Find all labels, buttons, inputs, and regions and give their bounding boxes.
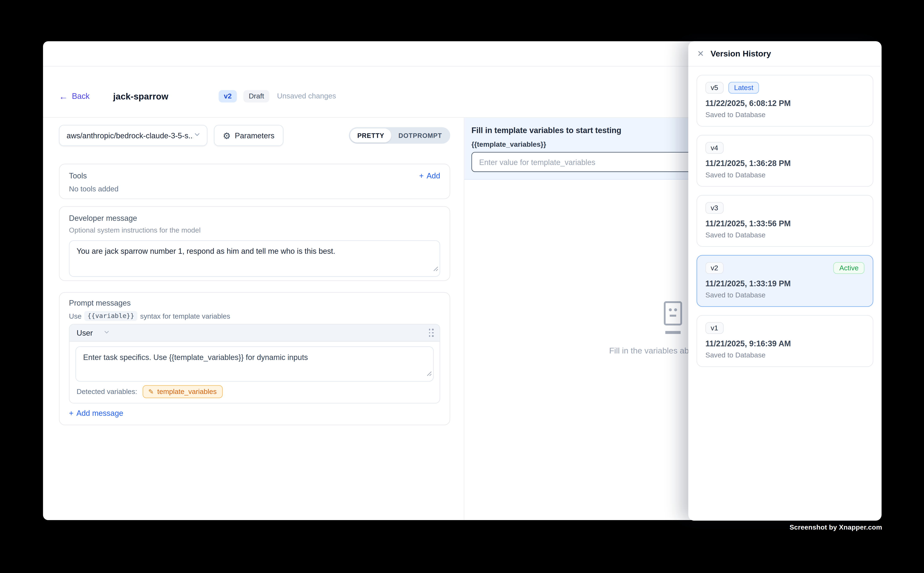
pencil-icon: ✎ <box>148 388 154 395</box>
developer-message-title: Developer message <box>69 214 440 223</box>
plus-icon: + <box>419 171 424 180</box>
toggle-pretty[interactable]: PRETTY <box>350 128 391 142</box>
back-arrow-icon: ← <box>59 91 68 100</box>
version-date: 11/21/2025, 1:36:28 PM <box>705 159 864 168</box>
version-list: v5 Latest 11/22/2025, 6:08:12 PM Saved t… <box>689 67 882 375</box>
back-label: Back <box>72 91 89 100</box>
back-button[interactable]: ← Back <box>59 91 89 100</box>
version-history-title: Version History <box>711 49 771 58</box>
template-variable-chip[interactable]: ✎ template_variables <box>143 385 223 398</box>
developer-message-card: Developer message Optional system instru… <box>59 206 450 281</box>
version-date: 11/21/2025, 1:33:19 PM <box>705 279 864 288</box>
model-toolbar: aws/anthropic/bedrock-claude-3-5-s... ⚙ … <box>59 125 450 146</box>
robot-icon <box>662 301 682 338</box>
tools-header: Tools + Add <box>69 171 440 180</box>
version-status: Saved to Database <box>705 351 864 359</box>
latest-badge: Latest <box>728 82 759 94</box>
version-card-v3[interactable]: v3 11/21/2025, 1:33:56 PM Saved to Datab… <box>697 195 874 247</box>
toggle-dotprompt[interactable]: DOTPROMPT <box>391 128 449 142</box>
prompt-config-panel: aws/anthropic/bedrock-claude-3-5-s... ⚙ … <box>43 118 464 520</box>
add-tool-button[interactable]: + Add <box>419 171 440 180</box>
version-card-v1[interactable]: v1 11/21/2025, 9:16:39 AM Saved to Datab… <box>697 315 874 367</box>
tools-card: Tools + Add No tools added <box>59 164 450 199</box>
detected-variables-label: Detected variables: <box>77 387 137 396</box>
add-message-button[interactable]: + Add message <box>69 409 440 418</box>
version-number-badge: v4 <box>705 142 723 153</box>
version-history-header: ✕ Version History <box>689 41 882 67</box>
close-icon[interactable]: ✕ <box>697 50 704 58</box>
screenshot-stage: ← Back jack-sparrow v2 Draft Unsaved cha… <box>0 0 924 573</box>
prompt-messages-card: Prompt messages Use {{variable}} syntax … <box>59 292 450 425</box>
chevron-down-icon <box>193 131 201 140</box>
model-selector-value: aws/anthropic/bedrock-claude-3-5-s... <box>67 131 193 140</box>
version-history-panel: ✕ Version History v5 Latest 11/22/2025, … <box>689 41 882 521</box>
version-status: Saved to Database <box>705 171 864 179</box>
draft-badge: Draft <box>243 90 270 102</box>
watermark-text: Screenshot by Xnapper.com <box>790 524 882 531</box>
message-body: Enter task specifics. Use {{template_var… <box>69 342 439 382</box>
add-tool-label: Add <box>427 171 440 180</box>
tools-empty-text: No tools added <box>69 185 440 193</box>
message-role-header: User <box>69 324 439 341</box>
prompt-message-block: User Enter task specifics. Use {{templat… <box>69 324 440 403</box>
detected-variables-row: Detected variables: ✎ template_variables <box>69 382 439 403</box>
version-number-badge: v5 <box>705 82 723 94</box>
version-status: Saved to Database <box>705 231 864 239</box>
page-title: jack-sparrow <box>113 91 168 101</box>
user-message-textarea[interactable]: Enter task specifics. Use {{template_var… <box>75 346 434 382</box>
version-card-v4[interactable]: v4 11/21/2025, 1:36:28 PM Saved to Datab… <box>697 135 874 187</box>
version-badges: v1 <box>705 322 864 334</box>
developer-message-textarea[interactable]: You are jack sparrow number 1, respond a… <box>69 240 440 277</box>
view-mode-toggle: PRETTY DOTPROMPT <box>349 127 450 144</box>
version-date: 11/22/2025, 6:08:12 PM <box>705 99 864 108</box>
role-selector[interactable]: User <box>77 328 110 337</box>
version-status: Saved to Database <box>705 291 864 299</box>
plus-icon: + <box>69 409 73 418</box>
prompt-messages-title: Prompt messages <box>69 299 440 307</box>
version-number-badge: v3 <box>705 202 723 214</box>
model-selector[interactable]: aws/anthropic/bedrock-claude-3-5-s... <box>59 125 207 146</box>
version-card-v2[interactable]: v2 Active 11/21/2025, 1:33:19 PM Saved t… <box>697 255 874 307</box>
template-syntax-hint: Use {{variable}} syntax for template var… <box>69 311 440 321</box>
message-textarea-wrap: Enter task specifics. Use {{template_var… <box>75 346 434 382</box>
tools-title: Tools <box>69 171 87 180</box>
version-date: 11/21/2025, 1:33:56 PM <box>705 219 864 228</box>
version-number-badge: v2 <box>705 262 723 274</box>
gear-icon: ⚙ <box>223 131 231 140</box>
active-badge: Active <box>833 262 864 274</box>
unsaved-changes-text: Unsaved changes <box>277 92 336 100</box>
developer-message-wrap: You are jack sparrow number 1, respond a… <box>69 240 440 277</box>
hint-suffix: syntax for template variables <box>140 312 230 320</box>
developer-message-subtitle: Optional system instructions for the mod… <box>69 226 440 235</box>
version-badges: v4 <box>705 142 864 153</box>
chevron-down-icon <box>104 328 110 337</box>
version-number-badge: v1 <box>705 322 723 334</box>
role-value: User <box>77 328 93 337</box>
parameters-label: Parameters <box>235 131 275 140</box>
add-message-label: Add message <box>77 409 123 418</box>
template-variable-name: template_variables <box>157 387 217 396</box>
version-badge: v2 <box>218 90 237 102</box>
version-date: 11/21/2025, 9:16:39 AM <box>705 339 864 348</box>
hint-prefix: Use <box>69 312 82 320</box>
parameters-button[interactable]: ⚙ Parameters <box>214 125 283 146</box>
version-status: Saved to Database <box>705 111 864 119</box>
version-badges: v5 Latest <box>705 82 864 94</box>
version-card-v5[interactable]: v5 Latest 11/22/2025, 6:08:12 PM Saved t… <box>697 75 874 127</box>
drag-handle-icon[interactable] <box>428 329 434 337</box>
variable-syntax-chip: {{variable}} <box>85 311 137 321</box>
version-badges: v3 <box>705 202 864 214</box>
version-badges: v2 Active <box>705 262 864 274</box>
